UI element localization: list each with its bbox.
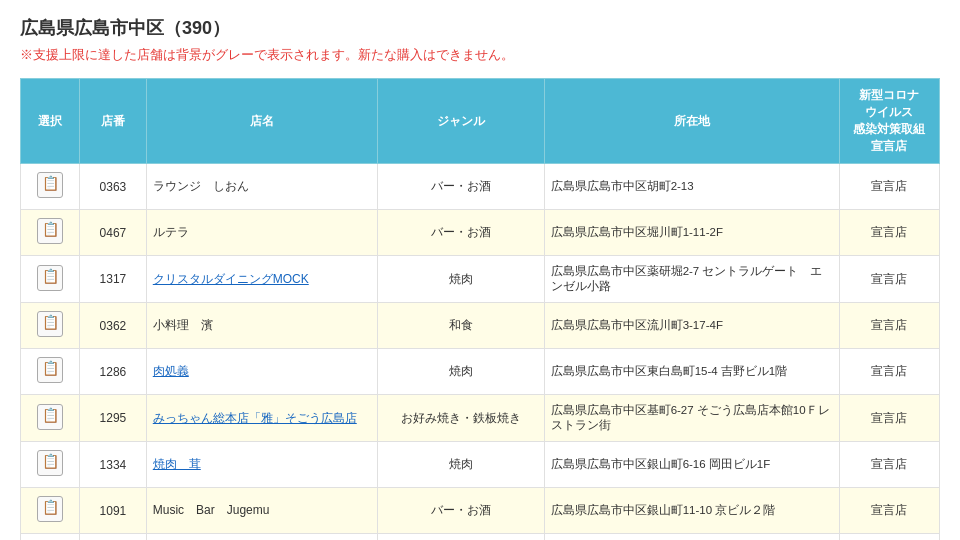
header-covid: 新型コロナウイルス感染対策取組宣言店 <box>839 79 939 164</box>
table-row: 0362小料理 濱和食広島県広島市中区流川町3-17-4F宣言店 <box>21 303 940 349</box>
store-name: ルテラ <box>146 210 377 256</box>
select-cell[interactable] <box>21 210 80 256</box>
table-row: 1334焼肉 茸焼肉広島県広島市中区銀山町6-16 岡田ビル1F宣言店 <box>21 442 940 488</box>
warning-text: ※支援上限に達した店舗は背景がグレーで表示されます。新たな購入はできません。 <box>20 46 940 64</box>
page-title: 広島県広島市中区（390） <box>20 16 940 40</box>
table-row: 1091Music Bar Jugemuバー・お酒広島県広島市中区銀山町11-1… <box>21 488 940 534</box>
store-genre: バー・お酒 <box>377 534 544 541</box>
select-cell[interactable] <box>21 442 80 488</box>
header-genre: ジャンル <box>377 79 544 164</box>
select-icon[interactable] <box>37 496 63 522</box>
store-address: 広島県広島市中区薬研堀2-7 セントラルゲート エンゼル小路 <box>544 256 839 303</box>
store-genre: 焼肉 <box>377 442 544 488</box>
store-name-link[interactable]: 肉処義 <box>153 364 189 378</box>
select-cell[interactable] <box>21 164 80 210</box>
select-cell[interactable] <box>21 534 80 541</box>
store-genre: 和食 <box>377 303 544 349</box>
store-name-link[interactable]: 焼肉 茸 <box>153 457 201 471</box>
table-row: 0467ルテラバー・お酒広島県広島市中区堀川町1-11-2F宣言店 <box>21 210 940 256</box>
store-address: 広島県広島市中区銀山町11-10 京ビル２階 <box>544 488 839 534</box>
store-name[interactable]: みっちゃん総本店「雅」そごう広島店 <box>146 395 377 442</box>
store-genre: 焼肉 <box>377 256 544 303</box>
table-row: 1295みっちゃん総本店「雅」そごう広島店お好み焼き・鉄板焼き広島県広島市中区基… <box>21 395 940 442</box>
store-name[interactable]: クリスタルダイニングMOCK <box>146 256 377 303</box>
header-id: 店番 <box>80 79 147 164</box>
store-address: 広島県広島市中区流川町3-17-4F <box>544 303 839 349</box>
store-genre: バー・お酒 <box>377 210 544 256</box>
store-name-link[interactable]: クリスタルダイニングMOCK <box>153 272 309 286</box>
store-id: 1333 <box>80 534 147 541</box>
store-id: 0362 <box>80 303 147 349</box>
table-row: 0363ラウンジ しおんバー・お酒広島県広島市中区胡町2-13宣言店 <box>21 164 940 210</box>
select-icon[interactable] <box>37 357 63 383</box>
store-genre: お好み焼き・鉄板焼き <box>377 395 544 442</box>
table-row: 1317クリスタルダイニングMOCK焼肉広島県広島市中区薬研堀2-7 セントラル… <box>21 256 940 303</box>
covid-badge: 宣言店 <box>839 395 939 442</box>
covid-badge: 宣言店 <box>839 442 939 488</box>
main-table: 選択 店番 店名 ジャンル 所在地 新型コロナウイルス感染対策取組宣言店 036… <box>20 78 940 540</box>
store-name[interactable]: 焼肉 茸 <box>146 442 377 488</box>
store-id: 0363 <box>80 164 147 210</box>
covid-badge: 宣言店 <box>839 210 939 256</box>
store-id: 1317 <box>80 256 147 303</box>
store-id: 1091 <box>80 488 147 534</box>
table-row: 1333ボルサリーノバー・お酒広島県広島市中区胡町3-12 パレ３番街宣言店 <box>21 534 940 541</box>
select-cell[interactable] <box>21 488 80 534</box>
select-icon[interactable] <box>37 404 63 430</box>
store-genre: バー・お酒 <box>377 488 544 534</box>
select-cell[interactable] <box>21 303 80 349</box>
page-wrapper: 広島県広島市中区（390） ※支援上限に達した店舗は背景がグレーで表示されます。… <box>0 0 960 540</box>
store-name: Music Bar Jugemu <box>146 488 377 534</box>
select-cell[interactable] <box>21 256 80 303</box>
covid-badge: 宣言店 <box>839 488 939 534</box>
header-name: 店名 <box>146 79 377 164</box>
store-name[interactable]: 肉処義 <box>146 349 377 395</box>
store-address: 広島県広島市中区基町6-27 そごう広島店本館10Ｆレストラン街 <box>544 395 839 442</box>
store-address: 広島県広島市中区東白島町15-4 吉野ビル1階 <box>544 349 839 395</box>
select-icon[interactable] <box>37 172 63 198</box>
store-name: ラウンジ しおん <box>146 164 377 210</box>
covid-badge: 宣言店 <box>839 303 939 349</box>
covid-badge: 宣言店 <box>839 534 939 541</box>
select-cell[interactable] <box>21 395 80 442</box>
covid-badge: 宣言店 <box>839 349 939 395</box>
header-address: 所在地 <box>544 79 839 164</box>
covid-badge: 宣言店 <box>839 164 939 210</box>
store-name: ボルサリーノ <box>146 534 377 541</box>
store-id: 1295 <box>80 395 147 442</box>
store-address: 広島県広島市中区銀山町6-16 岡田ビル1F <box>544 442 839 488</box>
table-row: 1286肉処義焼肉広島県広島市中区東白島町15-4 吉野ビル1階宣言店 <box>21 349 940 395</box>
store-genre: 焼肉 <box>377 349 544 395</box>
store-id: 0467 <box>80 210 147 256</box>
select-icon[interactable] <box>37 265 63 291</box>
store-address: 広島県広島市中区胡町3-12 パレ３番街 <box>544 534 839 541</box>
store-address: 広島県広島市中区堀川町1-11-2F <box>544 210 839 256</box>
store-id: 1334 <box>80 442 147 488</box>
select-icon[interactable] <box>37 218 63 244</box>
store-name: 小料理 濱 <box>146 303 377 349</box>
store-genre: バー・お酒 <box>377 164 544 210</box>
select-icon[interactable] <box>37 311 63 337</box>
header-select: 選択 <box>21 79 80 164</box>
covid-badge: 宣言店 <box>839 256 939 303</box>
store-id: 1286 <box>80 349 147 395</box>
select-cell[interactable] <box>21 349 80 395</box>
store-address: 広島県広島市中区胡町2-13 <box>544 164 839 210</box>
select-icon[interactable] <box>37 450 63 476</box>
store-name-link[interactable]: みっちゃん総本店「雅」そごう広島店 <box>153 411 357 425</box>
